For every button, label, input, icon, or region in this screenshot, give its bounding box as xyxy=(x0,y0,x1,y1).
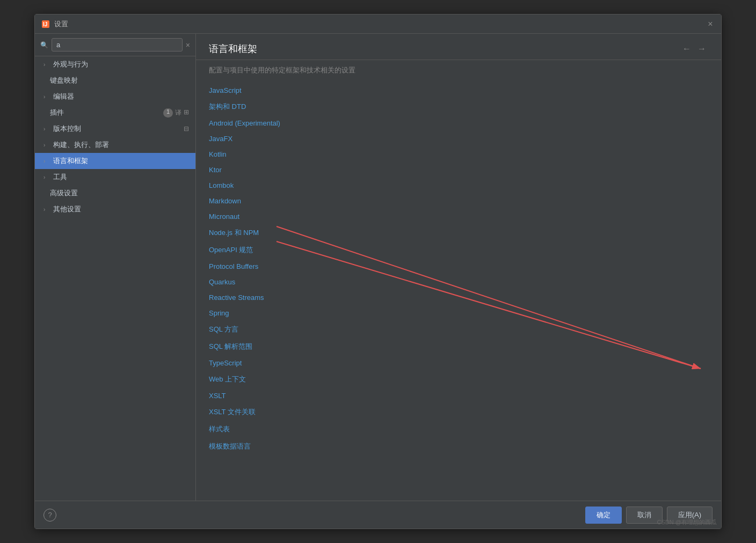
svg-text:IJ: IJ xyxy=(43,21,47,27)
list-item-openapi[interactable]: OpenAPI 规范 xyxy=(196,241,721,259)
list-item-javascript[interactable]: JavaScript xyxy=(196,83,721,98)
sidebar-item-appearance[interactable]: › 外观与行为 xyxy=(35,56,195,72)
list-item-lombok[interactable]: Lombok xyxy=(196,178,721,193)
sidebar-item-label: 语言和框架 xyxy=(53,156,88,166)
sidebar-item-label: 版本控制 xyxy=(53,124,81,134)
search-icon: 🔍 xyxy=(40,41,48,49)
list-item-web-context[interactable]: Web 上下文 xyxy=(196,371,721,388)
sidebar-item-advanced[interactable]: 高级设置 xyxy=(35,185,195,201)
list-item-javafx[interactable]: JavaFX xyxy=(196,131,721,146)
list-item-schema-dtd[interactable]: 架构和 DTD xyxy=(196,98,721,115)
list-item-micronaut[interactable]: Micronaut xyxy=(196,209,721,224)
list-item-ktor[interactable]: Ktor xyxy=(196,162,721,178)
nav-arrows: ← → xyxy=(680,42,708,55)
expand-arrow-icon: › xyxy=(43,62,50,68)
sidebar-item-label: 工具 xyxy=(53,172,67,182)
list-item-quarkus[interactable]: Quarkus xyxy=(196,274,721,290)
help-button[interactable]: ? xyxy=(43,509,56,522)
app-icon: IJ xyxy=(41,20,50,28)
sidebar-item-keymap[interactable]: 键盘映射 xyxy=(35,72,195,89)
panel-description: 配置与项目中使用的特定框架和技术相关的设置 xyxy=(196,60,721,80)
sidebar-item-other[interactable]: › 其他设置 xyxy=(35,201,195,217)
plugin-icons: 1 译 ⊞ xyxy=(163,108,189,118)
list-item-kotlin[interactable]: Kotlin xyxy=(196,146,721,162)
list-item-protocol-buffers[interactable]: Protocol Buffers xyxy=(196,259,721,274)
close-button[interactable]: × xyxy=(706,20,715,28)
layout-icon: ⊞ xyxy=(184,108,189,118)
sidebar-item-plugins[interactable]: 插件 1 译 ⊞ xyxy=(35,105,195,121)
expand-arrow-icon: › xyxy=(43,174,50,180)
sidebar-item-languages[interactable]: › 语言和框架 xyxy=(35,153,195,169)
dialog-title: 设置 xyxy=(54,19,68,29)
search-input[interactable] xyxy=(52,38,183,52)
search-container: 🔍 × xyxy=(35,34,195,56)
sidebar-item-build[interactable]: › 构建、执行、部署 xyxy=(35,137,195,153)
sidebar-item-editor[interactable]: › 编辑器 xyxy=(35,89,195,105)
panel-title: 语言和框架 xyxy=(209,42,257,55)
expand-arrow-icon: › xyxy=(43,126,50,132)
title-bar: IJ 设置 × xyxy=(35,14,721,34)
list-item-reactive-streams[interactable]: Reactive Streams xyxy=(196,290,721,305)
sidebar-item-label: 插件 xyxy=(50,108,64,118)
sidebar-item-label: 高级设置 xyxy=(50,188,78,198)
list-item-xslt-file-assoc[interactable]: XSLT 文件关联 xyxy=(196,403,721,421)
search-clear-button[interactable]: × xyxy=(186,41,190,49)
sidebar: 🔍 × › 外观与行为 键盘映射 › 编辑器 插件 1 译 ⊞ xyxy=(35,34,196,501)
watermark: CSDN @有理想的西瓜 xyxy=(657,518,717,526)
confirm-button[interactable]: 确定 xyxy=(585,507,622,524)
list-item-spring[interactable]: Spring xyxy=(196,305,721,321)
list-item-xslt[interactable]: XSLT xyxy=(196,388,721,403)
panel-header: 语言和框架 ← → xyxy=(196,34,721,60)
expand-arrow-icon: › xyxy=(43,207,50,212)
main-panel: 语言和框架 ← → 配置与项目中使用的特定框架和技术相关的设置 JavaScri… xyxy=(196,34,721,501)
sidebar-item-label: 键盘映射 xyxy=(50,76,78,85)
expand-arrow-icon: › xyxy=(43,142,50,148)
back-button[interactable]: ← xyxy=(680,42,693,55)
expand-arrow-icon: › xyxy=(43,94,50,100)
sidebar-item-label: 其他设置 xyxy=(53,204,81,214)
vcs-icons: ⊟ xyxy=(184,125,189,133)
sidebar-item-label: 构建、执行、部署 xyxy=(53,140,109,150)
bottom-bar: ? 确定 取消 应用(A) xyxy=(35,501,721,529)
list-item-stylesheets[interactable]: 样式表 xyxy=(196,421,721,438)
sidebar-item-label: 编辑器 xyxy=(53,92,74,101)
content-area: 🔍 × › 外观与行为 键盘映射 › 编辑器 插件 1 译 ⊞ xyxy=(35,34,721,501)
list-item-sql-resolution-scope[interactable]: SQL 解析范围 xyxy=(196,338,721,355)
list-item-sql-dialect[interactable]: SQL 方言 xyxy=(196,321,721,338)
translate-icon: 译 xyxy=(175,108,181,118)
list-item-markdown[interactable]: Markdown xyxy=(196,193,721,209)
sidebar-item-tools[interactable]: › 工具 xyxy=(35,169,195,185)
vcs-icon: ⊟ xyxy=(184,125,189,133)
panel-list: JavaScript架构和 DTDAndroid (Experimental)J… xyxy=(196,80,721,501)
expand-arrow-icon: › xyxy=(43,158,50,164)
list-item-android[interactable]: Android (Experimental) xyxy=(196,115,721,131)
sidebar-item-vcs[interactable]: › 版本控制 ⊟ xyxy=(35,121,195,137)
sidebar-item-label: 外观与行为 xyxy=(53,60,88,69)
forward-button[interactable]: → xyxy=(695,42,708,55)
list-item-template-lang[interactable]: 模板数据语言 xyxy=(196,438,721,455)
list-item-nodejs-npm[interactable]: Node.js 和 NPM xyxy=(196,224,721,241)
badge: 1 xyxy=(163,108,173,118)
list-item-typescript[interactable]: TypeScript xyxy=(196,355,721,371)
settings-dialog: IJ 设置 × 🔍 × › 外观与行为 键盘映射 › 编辑 xyxy=(34,14,722,529)
